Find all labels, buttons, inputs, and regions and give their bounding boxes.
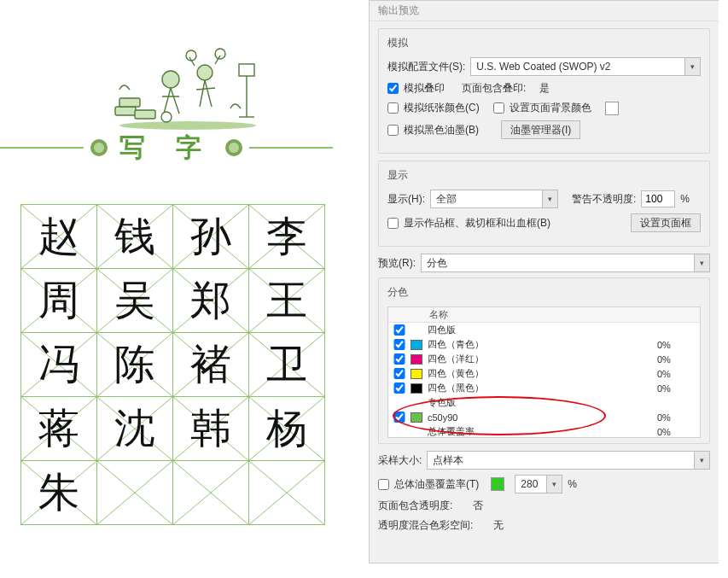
grid-char: 沈 — [114, 408, 155, 449]
simulate-overprint-label: 模拟叠印 — [404, 81, 445, 96]
grid-cell — [172, 460, 249, 525]
show-select[interactable]: 全部 ▾ — [430, 190, 558, 208]
svg-rect-1 — [115, 107, 136, 115]
grid-cell: 蒋 — [20, 396, 97, 461]
grid-cell: 孙 — [172, 204, 249, 269]
grid-cell: 韩 — [172, 396, 249, 461]
grid-cell — [96, 460, 173, 525]
set-bg-color-checkbox[interactable] — [493, 102, 504, 114]
tac-label: 总体油墨覆盖率(T) — [394, 477, 479, 492]
separation-checkbox[interactable] — [393, 353, 405, 365]
svg-line-45 — [97, 461, 172, 524]
color-swatch-icon — [411, 340, 422, 350]
grid-cell: 沈 — [96, 396, 173, 461]
grid-cell: 陈 — [96, 332, 173, 397]
separation-percent: 0% — [657, 427, 700, 437]
title-rule-right — [249, 147, 333, 149]
svg-rect-9 — [239, 64, 254, 76]
col-name-header: 名称 — [429, 308, 448, 321]
warn-opacity-input[interactable] — [641, 190, 675, 207]
chevron-down-icon: ▾ — [684, 58, 700, 75]
show-boxes-checkbox[interactable] — [387, 218, 399, 229]
separation-row: c50y900% — [388, 410, 700, 424]
show-label: 显示(H): — [387, 192, 425, 207]
panel-title: 输出预览 — [370, 1, 719, 21]
bg-color-swatch[interactable] — [605, 102, 619, 115]
grid-cell: 赵 — [20, 204, 97, 269]
grid-char: 郑 — [190, 280, 231, 321]
separation-checkbox[interactable] — [393, 412, 405, 423]
grid-cell: 杨 — [248, 396, 325, 461]
tac-value-select[interactable]: 280 ▾ — [515, 475, 562, 493]
output-preview-panel: 输出预览 模拟 模拟配置文件(S): U.S. Web Coated (SWOP… — [369, 0, 719, 563]
preview-value: 分色 — [427, 256, 447, 271]
profile-label: 模拟配置文件(S): — [387, 60, 465, 74]
separation-row: 四色（青色）0% — [388, 337, 700, 352]
preview-label: 预览(R): — [378, 256, 416, 271]
sample-size-value: 点样本 — [433, 453, 463, 468]
separation-row: 专色版 — [388, 395, 700, 410]
sample-size-select[interactable]: 点样本 ▾ — [427, 451, 710, 470]
simulate-paper-color-checkbox[interactable] — [387, 102, 399, 114]
grid-cell: 朱 — [20, 460, 97, 525]
separation-name: 四色版 — [428, 324, 657, 336]
separations-table: 名称 四色版四色（青色）0%四色（洋红）0%四色（黄色）0%四色（黑色）0%专色… — [387, 307, 701, 438]
simulate-section: 模拟 模拟配置文件(S): U.S. Web Coated (SWOP) v2 … — [378, 28, 710, 154]
separation-checkbox[interactable] — [393, 339, 405, 350]
svg-line-46 — [97, 461, 172, 524]
separation-checkbox[interactable] — [393, 324, 405, 336]
grid-cell: 王 — [248, 268, 325, 333]
svg-point-0 — [119, 121, 256, 130]
grid-char: 蒋 — [38, 408, 79, 449]
separation-row: 总体覆盖率0% — [388, 424, 700, 438]
page-title: 写 字 — [114, 131, 218, 166]
simulate-overprint-checkbox[interactable] — [387, 83, 399, 94]
tac-checkbox[interactable] — [378, 479, 389, 490]
simulate-black-ink-checkbox[interactable] — [387, 125, 399, 136]
separation-name: 四色（青色） — [428, 338, 657, 351]
grid-char: 赵 — [38, 216, 79, 257]
flower-icon — [225, 139, 242, 156]
grid-char: 周 — [38, 280, 79, 321]
svg-rect-3 — [135, 110, 155, 119]
separation-checkbox[interactable] — [393, 382, 405, 394]
title-row: 写 字 — [0, 132, 333, 163]
svg-rect-2 — [119, 98, 140, 107]
grid-char: 李 — [266, 216, 307, 257]
svg-point-4 — [162, 71, 179, 88]
blend-space-label: 透明度混合色彩空间: — [378, 518, 473, 533]
preview-select[interactable]: 分色 ▾ — [421, 254, 710, 272]
tac-value: 280 — [521, 478, 538, 490]
grid-char: 吴 — [114, 280, 155, 321]
separation-row: 四色版 — [388, 323, 700, 337]
profile-value: U.S. Web Coated (SWOP) v2 — [476, 61, 610, 73]
separation-name: 总体覆盖率 — [428, 425, 657, 438]
grid-char: 陈 — [114, 344, 155, 385]
ink-manager-button[interactable]: 油墨管理器(I) — [501, 120, 580, 139]
grid-cell: 周 — [20, 268, 97, 333]
grid-char: 卫 — [266, 344, 307, 385]
profile-select[interactable]: U.S. Web Coated (SWOP) v2 ▾ — [470, 57, 701, 76]
blend-space-value: 无 — [493, 518, 504, 533]
separation-checkbox[interactable] — [393, 368, 405, 379]
svg-line-48 — [173, 461, 248, 524]
separation-percent: 0% — [657, 369, 700, 379]
ink-manager-label: 油墨管理器(I) — [510, 123, 571, 137]
page-overprint-label: 页面包含叠印: — [462, 81, 526, 96]
display-section: 显示 显示(H): 全部 ▾ 警告不透明度: % 显示作品框、裁切框和出血框(B… — [378, 161, 710, 247]
percent-label: % — [568, 478, 577, 490]
tac-swatch[interactable] — [491, 477, 504, 491]
percent-label: % — [680, 193, 690, 205]
separation-row: 四色（洋红）0% — [388, 352, 700, 366]
title-rule-left — [0, 147, 84, 149]
grid-cell: 冯 — [20, 332, 97, 397]
color-swatch-icon — [411, 412, 422, 423]
show-boxes-label: 显示作品框、裁切框和出血框(B) — [404, 216, 550, 231]
display-header: 显示 — [387, 168, 701, 183]
separation-row: 四色（黑色）0% — [388, 381, 700, 395]
document-preview: 写 字 赵钱孙李周吴郑王冯陈褚卫蒋沈韩杨朱 — [0, 0, 341, 578]
chevron-down-icon: ▾ — [694, 254, 709, 271]
simulate-header: 模拟 — [387, 36, 701, 50]
separations-table-head: 名称 — [388, 307, 700, 323]
set-page-box-button[interactable]: 设置页面框 — [631, 213, 701, 232]
